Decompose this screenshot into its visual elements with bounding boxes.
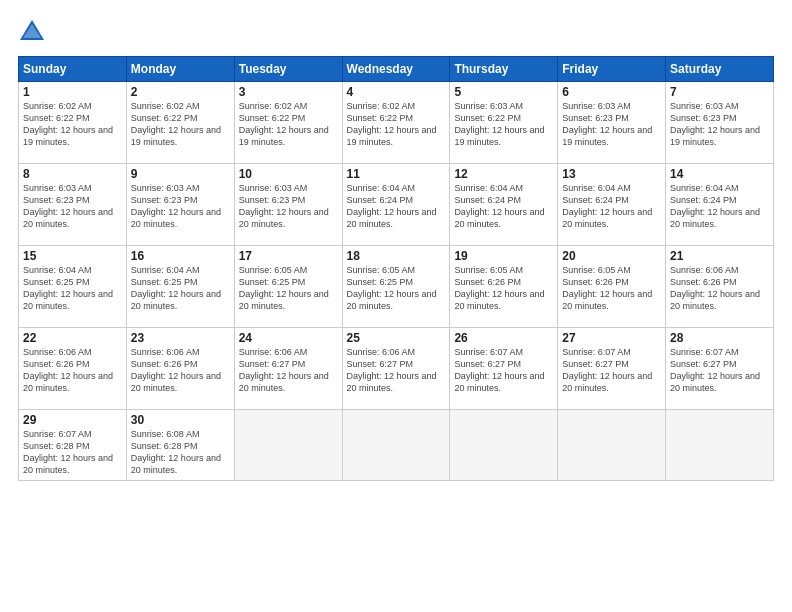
day-info: Sunrise: 6:03 AM Sunset: 6:22 PM Dayligh… [454,100,553,149]
day-info: Sunrise: 6:06 AM Sunset: 6:26 PM Dayligh… [23,346,122,395]
calendar-cell: 4 Sunrise: 6:02 AM Sunset: 6:22 PM Dayli… [342,82,450,164]
calendar-cell: 17 Sunrise: 6:05 AM Sunset: 6:25 PM Dayl… [234,246,342,328]
col-wednesday: Wednesday [342,57,450,82]
day-info: Sunrise: 6:04 AM Sunset: 6:25 PM Dayligh… [131,264,230,313]
day-info: Sunrise: 6:04 AM Sunset: 6:24 PM Dayligh… [562,182,661,231]
day-number: 28 [670,331,769,345]
day-info: Sunrise: 6:04 AM Sunset: 6:25 PM Dayligh… [23,264,122,313]
day-number: 24 [239,331,338,345]
day-info: Sunrise: 6:03 AM Sunset: 6:23 PM Dayligh… [239,182,338,231]
day-info: Sunrise: 6:06 AM Sunset: 6:26 PM Dayligh… [670,264,769,313]
day-info: Sunrise: 6:03 AM Sunset: 6:23 PM Dayligh… [562,100,661,149]
day-number: 19 [454,249,553,263]
calendar-cell: 6 Sunrise: 6:03 AM Sunset: 6:23 PM Dayli… [558,82,666,164]
day-number: 9 [131,167,230,181]
calendar-week-row: 29 Sunrise: 6:07 AM Sunset: 6:28 PM Dayl… [19,410,774,481]
day-number: 17 [239,249,338,263]
day-info: Sunrise: 6:06 AM Sunset: 6:27 PM Dayligh… [239,346,338,395]
calendar-week-row: 1 Sunrise: 6:02 AM Sunset: 6:22 PM Dayli… [19,82,774,164]
day-info: Sunrise: 6:02 AM Sunset: 6:22 PM Dayligh… [23,100,122,149]
day-info: Sunrise: 6:07 AM Sunset: 6:27 PM Dayligh… [670,346,769,395]
day-number: 7 [670,85,769,99]
day-number: 16 [131,249,230,263]
calendar-cell: 25 Sunrise: 6:06 AM Sunset: 6:27 PM Dayl… [342,328,450,410]
calendar-cell: 5 Sunrise: 6:03 AM Sunset: 6:22 PM Dayli… [450,82,558,164]
calendar-table: Sunday Monday Tuesday Wednesday Thursday… [18,56,774,481]
calendar-cell: 18 Sunrise: 6:05 AM Sunset: 6:25 PM Dayl… [342,246,450,328]
calendar-cell: 29 Sunrise: 6:07 AM Sunset: 6:28 PM Dayl… [19,410,127,481]
day-info: Sunrise: 6:04 AM Sunset: 6:24 PM Dayligh… [454,182,553,231]
calendar-cell: 28 Sunrise: 6:07 AM Sunset: 6:27 PM Dayl… [666,328,774,410]
calendar-cell: 11 Sunrise: 6:04 AM Sunset: 6:24 PM Dayl… [342,164,450,246]
col-monday: Monday [126,57,234,82]
col-saturday: Saturday [666,57,774,82]
day-info: Sunrise: 6:04 AM Sunset: 6:24 PM Dayligh… [670,182,769,231]
day-number: 14 [670,167,769,181]
day-number: 3 [239,85,338,99]
calendar-cell [558,410,666,481]
day-number: 25 [347,331,446,345]
col-thursday: Thursday [450,57,558,82]
day-number: 15 [23,249,122,263]
calendar-cell: 12 Sunrise: 6:04 AM Sunset: 6:24 PM Dayl… [450,164,558,246]
day-number: 29 [23,413,122,427]
day-info: Sunrise: 6:02 AM Sunset: 6:22 PM Dayligh… [239,100,338,149]
calendar-cell: 21 Sunrise: 6:06 AM Sunset: 6:26 PM Dayl… [666,246,774,328]
day-number: 12 [454,167,553,181]
logo-icon [18,18,46,46]
col-friday: Friday [558,57,666,82]
day-info: Sunrise: 6:05 AM Sunset: 6:25 PM Dayligh… [239,264,338,313]
calendar-cell: 19 Sunrise: 6:05 AM Sunset: 6:26 PM Dayl… [450,246,558,328]
calendar-cell: 1 Sunrise: 6:02 AM Sunset: 6:22 PM Dayli… [19,82,127,164]
calendar-cell: 9 Sunrise: 6:03 AM Sunset: 6:23 PM Dayli… [126,164,234,246]
day-number: 20 [562,249,661,263]
day-number: 4 [347,85,446,99]
day-number: 27 [562,331,661,345]
header [18,18,774,46]
day-info: Sunrise: 6:08 AM Sunset: 6:28 PM Dayligh… [131,428,230,477]
calendar-cell: 10 Sunrise: 6:03 AM Sunset: 6:23 PM Dayl… [234,164,342,246]
day-number: 18 [347,249,446,263]
calendar-cell: 20 Sunrise: 6:05 AM Sunset: 6:26 PM Dayl… [558,246,666,328]
calendar-cell: 2 Sunrise: 6:02 AM Sunset: 6:22 PM Dayli… [126,82,234,164]
calendar-cell: 16 Sunrise: 6:04 AM Sunset: 6:25 PM Dayl… [126,246,234,328]
day-number: 2 [131,85,230,99]
calendar-cell: 14 Sunrise: 6:04 AM Sunset: 6:24 PM Dayl… [666,164,774,246]
day-info: Sunrise: 6:05 AM Sunset: 6:25 PM Dayligh… [347,264,446,313]
day-info: Sunrise: 6:05 AM Sunset: 6:26 PM Dayligh… [454,264,553,313]
calendar-cell [234,410,342,481]
day-info: Sunrise: 6:07 AM Sunset: 6:27 PM Dayligh… [562,346,661,395]
calendar-week-row: 15 Sunrise: 6:04 AM Sunset: 6:25 PM Dayl… [19,246,774,328]
calendar-cell [666,410,774,481]
day-info: Sunrise: 6:03 AM Sunset: 6:23 PM Dayligh… [670,100,769,149]
day-number: 10 [239,167,338,181]
calendar-cell: 27 Sunrise: 6:07 AM Sunset: 6:27 PM Dayl… [558,328,666,410]
day-info: Sunrise: 6:07 AM Sunset: 6:27 PM Dayligh… [454,346,553,395]
calendar-week-row: 22 Sunrise: 6:06 AM Sunset: 6:26 PM Dayl… [19,328,774,410]
day-number: 8 [23,167,122,181]
day-number: 23 [131,331,230,345]
calendar-cell [450,410,558,481]
day-number: 5 [454,85,553,99]
day-number: 21 [670,249,769,263]
calendar-cell: 24 Sunrise: 6:06 AM Sunset: 6:27 PM Dayl… [234,328,342,410]
col-tuesday: Tuesday [234,57,342,82]
day-number: 1 [23,85,122,99]
calendar-cell: 15 Sunrise: 6:04 AM Sunset: 6:25 PM Dayl… [19,246,127,328]
calendar-week-row: 8 Sunrise: 6:03 AM Sunset: 6:23 PM Dayli… [19,164,774,246]
calendar-cell: 8 Sunrise: 6:03 AM Sunset: 6:23 PM Dayli… [19,164,127,246]
day-info: Sunrise: 6:02 AM Sunset: 6:22 PM Dayligh… [347,100,446,149]
day-info: Sunrise: 6:02 AM Sunset: 6:22 PM Dayligh… [131,100,230,149]
day-info: Sunrise: 6:07 AM Sunset: 6:28 PM Dayligh… [23,428,122,477]
day-number: 26 [454,331,553,345]
day-number: 11 [347,167,446,181]
page: Sunday Monday Tuesday Wednesday Thursday… [0,0,792,612]
day-number: 22 [23,331,122,345]
calendar-header-row: Sunday Monday Tuesday Wednesday Thursday… [19,57,774,82]
calendar-cell: 30 Sunrise: 6:08 AM Sunset: 6:28 PM Dayl… [126,410,234,481]
day-number: 30 [131,413,230,427]
day-info: Sunrise: 6:03 AM Sunset: 6:23 PM Dayligh… [131,182,230,231]
day-info: Sunrise: 6:03 AM Sunset: 6:23 PM Dayligh… [23,182,122,231]
day-number: 13 [562,167,661,181]
calendar-cell: 26 Sunrise: 6:07 AM Sunset: 6:27 PM Dayl… [450,328,558,410]
